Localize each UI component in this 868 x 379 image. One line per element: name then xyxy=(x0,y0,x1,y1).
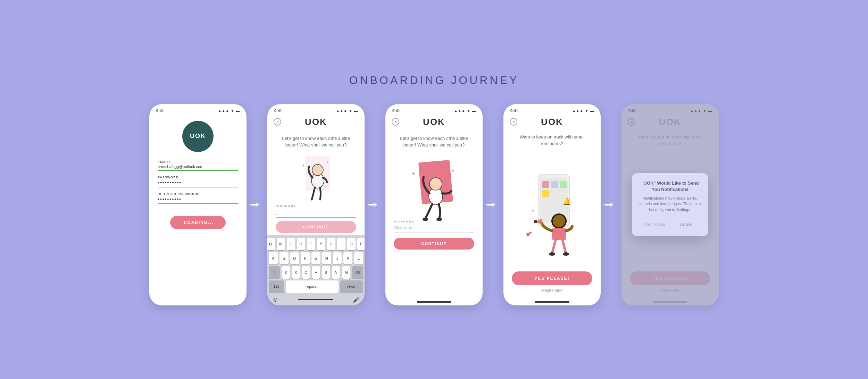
wifi-icon: ▼ xyxy=(231,109,234,113)
home-indicator-2 xyxy=(298,299,333,300)
key-e[interactable]: E xyxy=(287,238,295,250)
key-t[interactable]: T xyxy=(307,238,315,250)
arrow-4 xyxy=(601,201,621,209)
alert-buttons: Don't Allow Allow xyxy=(639,218,701,230)
email-label: EMAIL: xyxy=(158,160,238,164)
key-m[interactable]: M xyxy=(342,266,350,279)
yes-please-button[interactable]: YES PLEASE! xyxy=(512,271,592,285)
key-a[interactable]: A xyxy=(269,252,278,264)
keyboard-row-2: A S D F G H J K L xyxy=(269,252,363,264)
status-time-2: 9:41 xyxy=(274,109,282,113)
key-q[interactable]: Q xyxy=(267,238,275,250)
battery-icon-4: ▬ xyxy=(590,109,594,113)
nickname-label-2: NICKNAME xyxy=(276,204,296,208)
signal-icon-3: ▲▲▲ xyxy=(454,109,465,113)
wifi-icon-2: ▼ xyxy=(349,109,352,113)
key-f[interactable]: F xyxy=(301,252,310,264)
close-button-4[interactable]: ✕ xyxy=(510,118,517,126)
key-i[interactable]: I xyxy=(337,238,345,250)
key-p[interactable]: P xyxy=(357,238,365,250)
emoji-icon[interactable]: ☺ xyxy=(272,296,278,303)
key-y[interactable]: Y xyxy=(317,238,325,250)
maybe-later-4[interactable]: Maybe later xyxy=(541,288,563,293)
alert-allow-button[interactable]: Allow xyxy=(670,218,702,230)
app-title-2: UOK xyxy=(305,117,327,127)
svg-point-27 xyxy=(553,215,565,227)
status-icons-2: ▲▲▲ ▼ ▬ xyxy=(336,109,358,113)
key-numbers[interactable]: 123 xyxy=(269,280,284,293)
battery-icon-2: ▬ xyxy=(354,109,358,113)
key-delete[interactable]: ⌫ xyxy=(352,266,363,279)
email-field[interactable]: EMAIL: breeshafogg@outlook.com xyxy=(158,160,238,171)
nickname-cursor[interactable] xyxy=(276,208,356,218)
key-g[interactable]: G xyxy=(311,252,320,264)
wifi-icon-4: ▼ xyxy=(585,109,589,113)
alert-deny-button[interactable]: Don't Allow xyxy=(639,218,670,230)
key-r[interactable]: R xyxy=(297,238,305,250)
app-header-3: ✕ UOK xyxy=(385,114,483,130)
uok-logo-text: UOK xyxy=(190,133,206,140)
phone-3: 9:41 ▲▲▲ ▼ ▬ ✕ UOK Let's get to know eac… xyxy=(385,104,483,305)
password-field[interactable]: PASSWORD: •••••••••• xyxy=(158,176,238,187)
keyboard-row-1: Q W E R T Y U I O P xyxy=(269,238,363,250)
phone-2-content: Let's get to know each othe a little bet… xyxy=(267,130,365,235)
mic-icon[interactable]: 🎤 xyxy=(353,296,360,303)
svg-point-9 xyxy=(429,178,442,190)
loading-button[interactable]: LOADING... xyxy=(170,216,226,229)
alert-overlay: "UOK" Would Like to Send You Notificatio… xyxy=(621,104,719,305)
arrow-3 xyxy=(483,201,503,209)
status-bar-4: 9:41 ▲▲▲ ▼ ▬ xyxy=(503,104,601,114)
key-w[interactable]: W xyxy=(277,238,285,250)
continue-button-2[interactable]: CONTINUE xyxy=(276,221,356,233)
svg-text:★: ★ xyxy=(451,168,455,172)
key-shift[interactable]: ⇧ xyxy=(269,266,280,279)
key-return[interactable]: return xyxy=(340,280,363,293)
home-indicator-3 xyxy=(417,301,451,303)
key-x[interactable]: X xyxy=(292,266,300,279)
phone-1: 9:41 ▲▲▲ ▼ ▬ UOK EMAIL: breeshafogg@outl… xyxy=(149,104,247,305)
svg-text:～: ～ xyxy=(413,200,417,204)
key-l[interactable]: L xyxy=(354,252,363,264)
alert-body: Notifications may include alerts, sounds… xyxy=(639,195,701,213)
svg-text:+: + xyxy=(531,190,535,196)
svg-point-10 xyxy=(423,218,428,221)
illustration-2: ✦ ★ xyxy=(276,153,356,203)
key-o[interactable]: O xyxy=(347,238,356,250)
key-n[interactable]: N xyxy=(332,266,340,279)
key-s[interactable]: S xyxy=(279,252,289,264)
phone-wrapper-4: 9:41 ▲▲▲ ▼ ▬ ✕ UOK Want to keep on track… xyxy=(503,104,621,305)
svg-point-3 xyxy=(312,165,323,176)
key-z[interactable]: Z xyxy=(282,266,290,279)
battery-icon: ▬ xyxy=(236,109,240,113)
alert-dialog: "UOK" Would Like to Send You Notificatio… xyxy=(632,173,708,236)
phone-3-content: Let's get to know each othe a little bet… xyxy=(385,130,483,298)
key-k[interactable]: K xyxy=(343,252,352,264)
key-space[interactable]: space xyxy=(286,280,339,293)
arrow-2 xyxy=(365,201,385,209)
key-d[interactable]: D xyxy=(290,252,299,264)
repassword-value: •••••••••• xyxy=(158,196,238,204)
key-v[interactable]: V xyxy=(312,266,320,279)
subtitle-2: Let's get to know each othe a little bet… xyxy=(276,135,356,149)
svg-rect-28 xyxy=(552,228,566,240)
svg-text:🔔: 🔔 xyxy=(562,197,571,205)
app-title-4: UOK xyxy=(541,117,563,127)
key-j[interactable]: J xyxy=(333,252,342,264)
keyboard-bottom: ☺ 🎤 xyxy=(269,295,363,304)
close-button-3[interactable]: ✕ xyxy=(392,118,399,126)
repassword-field[interactable]: RE-ENTER PASSWORD: •••••••••• xyxy=(158,192,238,204)
signal-icon-4: ▲▲▲ xyxy=(572,109,583,113)
svg-text:✦: ✦ xyxy=(411,171,416,176)
keyboard-row-4: 123 space return xyxy=(269,280,363,293)
keyboard-row-3: ⇧ Z X C V B N M ⌫ xyxy=(269,266,363,279)
notif-question: Want to keep on track with small reminde… xyxy=(512,134,592,147)
continue-button-3[interactable]: CONTINUE xyxy=(394,238,474,250)
key-c[interactable]: C xyxy=(302,266,310,279)
status-icons-4: ▲▲▲ ▼ ▬ xyxy=(572,109,594,113)
illustration-4: 🔔 + + ♥ xyxy=(512,150,592,271)
svg-rect-29 xyxy=(534,220,537,223)
key-u[interactable]: U xyxy=(327,238,335,250)
key-h[interactable]: H xyxy=(322,252,331,264)
close-button-2[interactable]: ✕ xyxy=(274,118,281,126)
key-b[interactable]: B xyxy=(322,266,330,279)
